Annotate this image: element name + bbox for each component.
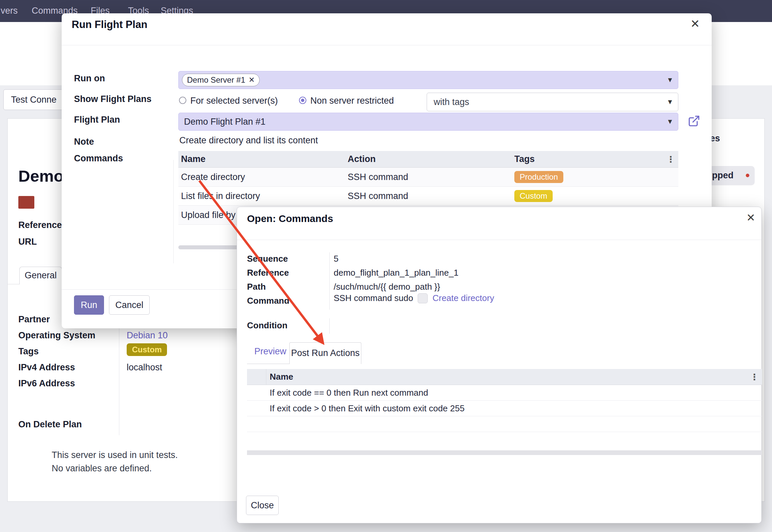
tags-value-badge: Custom [127,343,167,356]
table-header-row: Name ⋮ [247,369,762,385]
table-row[interactable]: If exit code > 0 then Exit with custom e… [247,401,762,416]
ipv4-value: localhost [127,362,162,373]
cell-tags: Custom [512,190,678,202]
note-label: Note [74,137,94,147]
modal-header-divider [237,240,761,240]
post-run-actions-table: Name ⋮ If exit code == 0 then Run next c… [247,369,762,432]
nav-item-servers[interactable]: vers [1,6,18,16]
radio-non-server-restricted-label[interactable]: Non server restricted [310,96,394,106]
status-text-fragment: pped [712,170,734,181]
with-tags-value: with tags [434,97,469,107]
horizontal-scrollbar-track[interactable] [247,450,762,455]
col-header-name[interactable]: Name [178,154,345,164]
show-flight-plans-label: Show Flight Plans [74,94,152,104]
cell-name: List files in directory [178,191,345,201]
note-line-1: This server is used in unit tests. [52,450,178,460]
cell-action: SSH command [345,172,512,182]
run-modal-title: Run Flight Plan [72,19,147,31]
kebab-menu-icon[interactable]: ⋮ [750,372,759,382]
command-value: SSH command sudo [334,293,413,303]
flight-plan-note: Create directory and list its content [179,135,318,146]
condition-label: Condition [247,320,287,331]
cell-name: Create directory [178,172,345,182]
reference-value: demo_flight_plan_1_plan_line_1 [334,268,458,278]
server-chip: Demo Server #1 ✕ [182,74,260,86]
caret-down-icon[interactable]: ▾ [668,117,672,126]
tag-badge-custom: Custom [514,190,553,202]
url-label: URL [18,237,37,247]
server-title: Demo [18,167,64,185]
os-value-link[interactable]: Debian 10 [127,330,168,341]
field-divider [329,318,330,334]
caret-down-icon[interactable]: ▾ [668,97,672,106]
close-icon[interactable]: ✕ [746,212,755,223]
command-label: Command [247,296,289,306]
chip-remove-icon[interactable]: ✕ [249,76,255,84]
col-header-tags[interactable]: Tags [512,154,658,164]
create-directory-checkbox[interactable] [418,293,428,303]
cancel-button[interactable]: Cancel [109,295,150,315]
command-row: SSH command sudo Create directory [334,293,494,303]
radio-non-server-restricted[interactable] [299,97,306,104]
screen: vers Commands Files Tools Settings Test … [0,0,772,532]
flight-plan-value: Demo Flight Plan #1 [184,117,266,127]
commands-label: Commands [74,153,123,164]
field-divider [329,252,330,310]
open-commands-modal: Open: Commands ✕ Sequence Reference Path… [237,207,762,523]
selector-column [247,369,266,385]
kebab-menu-icon[interactable]: ⋮ [666,154,675,164]
caret-down-icon[interactable]: ▾ [668,75,672,84]
color-swatch[interactable] [18,196,34,209]
sheet-divider [173,160,174,263]
cell-action: SSH command [345,191,512,201]
radio-for-selected-servers-label[interactable]: For selected server(s) [190,96,278,106]
status-dot-icon: ● [745,170,750,180]
ipv4-label: IPv4 Address [18,362,75,373]
sequence-label: Sequence [247,254,288,264]
reference-label: Reference [247,268,289,278]
commands-modal-title: Open: Commands [247,213,333,224]
col-header-name[interactable]: Name [266,372,293,382]
tag-badge-production: Production [514,171,563,183]
path-value: /such/much/{{ demo_path }} [334,282,440,292]
cell-name: If exit code == 0 then Run next command [247,388,428,398]
with-tags-select[interactable]: with tags ▾ [427,93,678,111]
create-directory-link[interactable]: Create directory [432,293,494,303]
server-chip-label: Demo Server #1 [187,75,245,85]
reference-label: Reference [18,220,62,230]
col-header-action[interactable]: Action [345,154,512,164]
run-on-label: Run on [74,73,105,84]
radio-for-selected-servers[interactable] [179,97,186,104]
tab-underline [247,364,289,364]
table-row[interactable]: If exit code == 0 then Run next command [247,385,762,401]
run-on-select[interactable]: Demo Server #1 ✕ ▾ [178,71,678,89]
os-label: Operating System [18,330,95,341]
cell-tags: Production [512,171,678,183]
path-label: Path [247,282,266,292]
close-button[interactable]: Close [246,496,279,515]
flight-plan-select[interactable]: Demo Flight Plan #1 ▾ [178,113,678,131]
note-line-2: No variables are defined. [52,463,152,474]
sequence-value: 5 [334,254,338,264]
field-divider [119,313,119,435]
ipv6-label: IPv6 Address [18,378,75,389]
tab-post-run-actions[interactable]: Post Run Actions [289,342,361,364]
table-row[interactable]: List files in directory SSH command Cust… [178,187,678,206]
tab-preview[interactable]: Preview [254,346,286,357]
partner-label: Partner [18,314,50,325]
external-link-icon[interactable] [688,115,700,129]
cell-name: If exit code > 0 then Exit with custom e… [247,403,465,414]
table-row-empty [247,416,762,432]
tab-general[interactable]: General [19,267,62,284]
table-row[interactable]: Create directory SSH command Production [178,168,678,187]
modal-header-divider [62,45,712,45]
table-header-row: Name Action Tags ⋮ [178,151,678,168]
tags-label: Tags [18,346,39,357]
run-button[interactable]: Run [74,295,104,315]
on-delete-plan-label: On Delete Plan [18,419,82,430]
flight-plan-label: Flight Plan [74,115,120,125]
close-icon[interactable]: ✕ [690,18,700,29]
